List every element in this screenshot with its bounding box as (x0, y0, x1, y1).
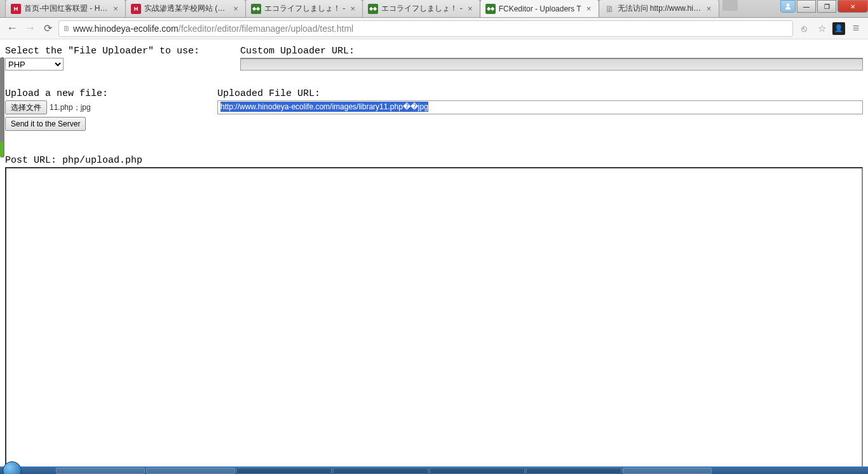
taskbar (0, 466, 868, 474)
task-item[interactable] (430, 468, 525, 474)
tab-1[interactable]: H 实战渗透某学校网站 (gov × (125, 0, 246, 17)
tab-4[interactable]: ◆◆ FCKeditor - Uploaders T × (480, 0, 599, 17)
tab-title-3: エコライフしましょ！ - (381, 3, 462, 14)
maximize-button[interactable]: ❐ (817, 0, 836, 13)
send-to-server-button[interactable]: Send it to the Server (5, 117, 86, 131)
forward-button[interactable]: → (23, 22, 37, 36)
close-icon[interactable]: × (705, 4, 714, 13)
task-item[interactable] (623, 468, 712, 474)
choose-file-button[interactable]: 选择文件 (5, 100, 47, 114)
tab-favicon-2: ◆◆ (251, 4, 261, 14)
post-url-line: Post URL: php/upload.php (5, 155, 863, 166)
bookmark-icon[interactable]: ☆ (815, 22, 829, 36)
tab-title-1: 实战渗透某学校网站 (gov (144, 3, 228, 14)
tabs-container: H 首页-中国红客联盟 - Hon × H 实战渗透某学校网站 (gov × ◆… (0, 0, 738, 17)
tab-favicon-5: 🗎 (604, 4, 614, 14)
task-item[interactable] (56, 468, 145, 474)
url-text: www.hinodeya-ecolife.com/fckeditor/edito… (73, 24, 789, 34)
url-domain: www.hinodeya-ecolife.com (73, 24, 179, 34)
tab-title-4: FCKeditor - Uploaders T (499, 4, 581, 13)
tab-favicon-4: ◆◆ (485, 4, 496, 14)
page-icon: 🗎 (63, 24, 71, 33)
task-item[interactable] (146, 468, 235, 474)
tab-favicon-0: H (11, 4, 21, 14)
task-item[interactable] (333, 468, 428, 474)
uploaded-file-url-input[interactable]: http://www.hinodeya-ecolife.com/images/l… (217, 100, 863, 114)
tab-2[interactable]: ◆◆ エコライフしましょ！ - × (245, 0, 363, 17)
select-uploader-label: Select the "File Uploader" to use: (5, 46, 240, 57)
task-items (56, 468, 865, 474)
uploaded-url-value: http://www.hinodeya-ecolife.com/images/l… (220, 102, 428, 112)
url-path: /fckeditor/editor/filemanager/upload/tes… (179, 24, 353, 34)
uploader-select[interactable]: PHP (5, 58, 64, 71)
tab-title-2: エコライフしましょ！ - (264, 3, 345, 14)
svg-point-0 (787, 4, 790, 7)
task-item[interactable] (526, 468, 621, 474)
close-icon[interactable]: × (231, 4, 240, 13)
upload-new-file-label: Upload a new file: (5, 88, 217, 99)
url-bar[interactable]: 🗎 www.hinodeya-ecolife.com/fckeditor/edi… (58, 20, 793, 37)
user-icon[interactable] (780, 0, 796, 13)
close-icon[interactable]: × (348, 4, 357, 13)
tab-title-5: 无法访问 http://www.hino (618, 3, 702, 14)
close-window-button[interactable]: ✕ (837, 0, 868, 13)
page-content: Select the "File Uploader" to use: PHP C… (0, 39, 868, 474)
close-icon[interactable]: × (466, 4, 475, 13)
custom-uploader-label: Custom Uploader URL: (240, 46, 863, 57)
translate-icon[interactable]: ⎋ (797, 22, 811, 36)
tab-5[interactable]: 🗎 无法访问 http://www.hino × (599, 0, 719, 17)
menu-icon[interactable]: ≡ (849, 22, 863, 36)
close-icon[interactable]: × (111, 4, 120, 13)
window-controls: — ❐ ✕ (780, 0, 868, 13)
post-url-label: Post URL: (5, 155, 62, 166)
extension-icon[interactable]: 👤 (832, 22, 845, 35)
tab-3[interactable]: ◆◆ エコライフしましょ！ - × (362, 0, 480, 17)
tab-0[interactable]: H 首页-中国红客联盟 - Hon × (5, 0, 126, 17)
back-button[interactable]: ← (5, 22, 19, 36)
tab-favicon-3: ◆◆ (368, 4, 378, 14)
tab-favicon-1: H (131, 4, 141, 14)
minimize-button[interactable]: — (797, 0, 816, 13)
new-tab-button[interactable] (722, 0, 738, 11)
tab-strip: H 首页-中国红客联盟 - Hon × H 实战渗透某学校网站 (gov × ◆… (0, 0, 868, 18)
start-button[interactable] (1, 467, 24, 475)
tab-title-0: 首页-中国红客联盟 - Hon (24, 3, 108, 14)
toolbar: ← → ⟳ 🗎 www.hinodeya-ecolife.com/fckedit… (0, 18, 868, 39)
task-item[interactable] (236, 468, 332, 474)
close-icon[interactable]: × (585, 4, 593, 13)
uploaded-file-url-label: Uploaded File URL: (217, 88, 863, 99)
post-url-value: php/upload.php (62, 155, 142, 166)
reload-button[interactable]: ⟳ (41, 22, 55, 36)
post-target-frame (5, 167, 863, 474)
custom-uploader-input[interactable] (240, 58, 863, 71)
chosen-file-name: 11.php；jpg (50, 102, 91, 113)
